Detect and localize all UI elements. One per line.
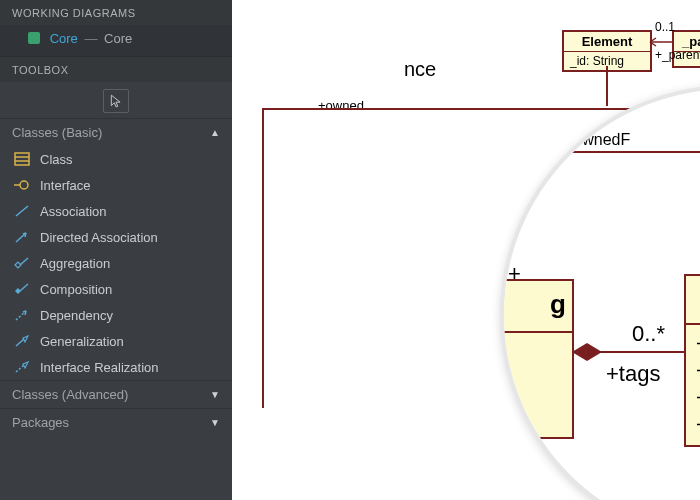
association-icon	[14, 203, 30, 219]
diagram-name: Core	[104, 31, 132, 46]
tool-interface[interactable]: Interface	[0, 172, 232, 198]
connector-line	[606, 66, 608, 106]
section-label: Classes (Advanced)	[12, 387, 128, 402]
class-title: Element	[564, 32, 650, 52]
class-attr: +number: Integer	[696, 412, 700, 439]
svg-line-9	[16, 311, 26, 320]
owned-label: +ownedF	[564, 131, 630, 149]
tool-aggregation[interactable]: Aggregation	[0, 250, 232, 276]
dependency-icon	[14, 307, 30, 323]
diagram-icon	[28, 32, 40, 44]
tool-label: Association	[40, 204, 106, 219]
composition-icon	[14, 281, 30, 297]
multiplicity-label: 0..*	[632, 321, 665, 347]
tool-directed-association[interactable]: Directed Association	[0, 224, 232, 250]
uml-class-fragment-left[interactable]: g	[500, 279, 574, 439]
tool-label: Interface Realization	[40, 360, 159, 375]
tool-label: Class	[40, 152, 73, 167]
tool-label: Dependency	[40, 308, 113, 323]
toolbox-header: TOOLBOX	[0, 57, 232, 82]
aggregation-icon	[14, 255, 30, 271]
tool-interface-realization[interactable]: Interface Realization	[0, 354, 232, 380]
tool-generalization[interactable]: Generalization	[0, 328, 232, 354]
uml-class-tag[interactable]: Tag +kind: TagKind +value: String +check…	[684, 274, 700, 447]
text-fragment: nce	[404, 58, 436, 81]
connector-line	[534, 439, 536, 500]
generalization-icon	[14, 333, 30, 349]
tool-dependency[interactable]: Dependency	[0, 302, 232, 328]
class-title-fragment: g	[500, 281, 572, 333]
section-classes-advanced[interactable]: Classes (Advanced) ▼	[0, 380, 232, 408]
svg-line-11	[16, 365, 24, 372]
svg-line-5	[16, 206, 28, 216]
multiplicity-label: 0..1	[655, 20, 675, 34]
tool-class[interactable]: Class	[0, 146, 232, 172]
tool-label: Directed Association	[40, 230, 158, 245]
svg-line-6	[16, 233, 26, 242]
diagram-link[interactable]: Core	[50, 31, 78, 46]
tool-label: Aggregation	[40, 256, 110, 271]
directed-association-icon	[14, 229, 30, 245]
role-label: +tags	[606, 361, 660, 387]
diagram-dash: —	[84, 31, 97, 46]
working-diagram-item[interactable]: Core — Core	[0, 25, 232, 57]
tool-label: Interface	[40, 178, 91, 193]
class-attr: +value: String	[696, 358, 700, 385]
class-attr: +kind: TagKind	[696, 331, 700, 358]
svg-rect-0	[15, 153, 29, 165]
composition-diamond-icon	[570, 339, 604, 365]
section-classes-basic[interactable]: Classes (Basic) ▲	[0, 118, 232, 146]
caret-down-icon: ▼	[210, 417, 220, 428]
diagram-canvas[interactable]: Element _id: String _pare 0..1 +_parent …	[232, 0, 700, 500]
caret-down-icon: ▼	[210, 389, 220, 400]
pointer-tool-row	[0, 82, 232, 118]
pointer-tool[interactable]	[103, 89, 129, 113]
working-diagrams-header: WORKING DIAGRAMS	[0, 0, 232, 25]
svg-line-8	[20, 284, 28, 291]
cursor-icon	[109, 94, 123, 108]
association-arrow	[650, 36, 674, 48]
connector-line	[556, 151, 700, 153]
sidebar: WORKING DIAGRAMS Core — Core TOOLBOX Cla…	[0, 0, 232, 500]
role-label: +_parent	[655, 48, 700, 62]
svg-line-7	[20, 258, 28, 265]
tool-label: Composition	[40, 282, 112, 297]
section-packages[interactable]: Packages ▼	[0, 408, 232, 436]
class-attrs: +kind: TagKind +value: String +checked: …	[686, 325, 700, 445]
connector-line	[262, 108, 264, 408]
caret-up-icon: ▲	[210, 127, 220, 138]
interface-realization-icon	[14, 359, 30, 375]
interface-icon	[14, 177, 30, 193]
class-attr: +checked: Boolean	[696, 385, 700, 412]
section-label: Classes (Basic)	[12, 125, 102, 140]
tool-composition[interactable]: Composition	[0, 276, 232, 302]
tool-association[interactable]: Association	[0, 198, 232, 224]
class-title: Tag	[686, 276, 700, 325]
text-fragment: +owned	[318, 98, 364, 113]
tool-label: Generalization	[40, 334, 124, 349]
svg-line-10	[16, 339, 24, 346]
zoom-lens: +ownedF + g 0..* +tags Tag +kind: TagKin…	[500, 85, 700, 500]
class-icon	[14, 151, 30, 167]
section-label: Packages	[12, 415, 69, 430]
svg-point-3	[20, 181, 28, 189]
